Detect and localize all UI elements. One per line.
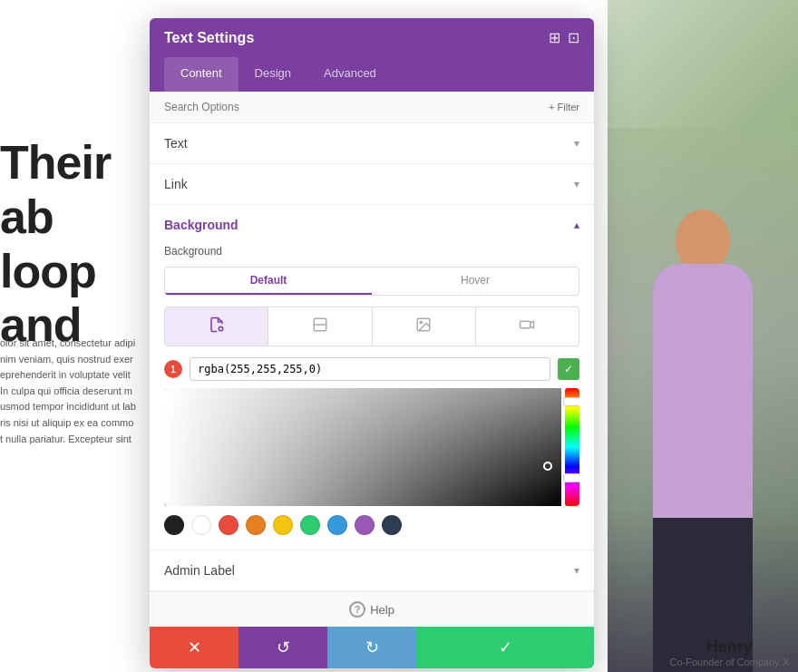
swatch-blue[interactable]: [327, 515, 347, 535]
admin-label-section: Admin Label ▾: [150, 550, 594, 591]
help-button[interactable]: ? Help: [349, 601, 394, 618]
henry-card: Henry Co-Founder of Company X: [670, 638, 789, 667]
search-bar: + Filter: [150, 92, 594, 123]
tab-design[interactable]: Design: [238, 57, 307, 92]
picker-cursor: [543, 462, 552, 471]
background-label: Background: [164, 245, 579, 258]
bg-type-icons: [164, 307, 579, 346]
text-section: Text ▾: [150, 123, 594, 164]
page-text-body: olor sit amet, consectetur adipi nim ven…: [0, 336, 141, 447]
bg-gradient-icon[interactable]: [268, 307, 372, 346]
bg-tab-hover[interactable]: Hover: [372, 268, 579, 295]
modal-title: Text Settings: [164, 30, 254, 46]
swatch-white[interactable]: [191, 515, 211, 535]
swatch-orange[interactable]: [246, 515, 266, 535]
modal-tabs: Content Design Advanced: [150, 57, 594, 92]
person-body: [653, 264, 753, 536]
swatch-red[interactable]: [219, 515, 238, 535]
cancel-button[interactable]: ✕: [150, 627, 238, 668]
background-chevron-icon: ▴: [574, 219, 579, 231]
background-accordion-header[interactable]: Background ▴: [150, 205, 594, 245]
bg-tab-default[interactable]: Default: [165, 268, 372, 295]
link-chevron-icon: ▾: [574, 178, 579, 190]
background-section-label: Background: [164, 218, 238, 232]
swatch-black[interactable]: [164, 515, 184, 535]
bg-video-icon[interactable]: [476, 307, 579, 346]
modal-header: Text Settings ⊞ ⊡: [150, 18, 594, 57]
color-gradient: [164, 388, 561, 506]
swatch-purple[interactable]: [355, 515, 375, 535]
undo-button[interactable]: ↺: [238, 627, 327, 668]
color-value-input[interactable]: [190, 357, 550, 381]
modal-header-icons: ⊞ ⊡: [549, 29, 579, 46]
admin-label-text: Admin Label: [164, 563, 235, 578]
help-icon: ?: [349, 601, 365, 618]
search-input[interactable]: [164, 101, 549, 113]
brightness-handle[interactable]: [563, 473, 579, 482]
svg-rect-4: [521, 321, 530, 328]
text-section-label: Text: [164, 136, 188, 151]
bg-state-tabs: Default Hover: [164, 267, 579, 296]
tab-content[interactable]: Content: [164, 57, 238, 92]
admin-chevron-icon: ▾: [574, 564, 579, 577]
page-text-large-container: Their ab loop and: [0, 136, 141, 353]
color-swatches: [164, 515, 579, 535]
modal-footer: ? Help: [150, 591, 594, 627]
expand-icon[interactable]: ⊞: [549, 29, 560, 46]
color-confirm-button[interactable]: ✓: [558, 358, 579, 380]
page-text-large: Their ab loop and: [0, 136, 141, 353]
svg-marker-5: [530, 321, 534, 328]
color-number-badge: 1: [164, 360, 182, 378]
swatch-dark[interactable]: [382, 515, 402, 535]
help-label: Help: [370, 603, 394, 617]
link-section-label: Link: [164, 177, 188, 191]
hue-handle[interactable]: [563, 397, 579, 406]
bg-image-icon[interactable]: [373, 307, 476, 346]
photo-area: [608, 0, 798, 672]
person-silhouette: [635, 173, 771, 672]
henry-name: Henry: [670, 638, 789, 657]
page-body-text: olor sit amet, consectetur adipi nim ven…: [0, 337, 136, 444]
bg-color-icon[interactable]: [165, 307, 268, 346]
collapse-icon[interactable]: ⊡: [568, 29, 579, 46]
swatch-yellow[interactable]: [273, 515, 293, 535]
background-content: Background Default Hover: [150, 245, 594, 550]
redo-button[interactable]: ↻: [327, 627, 416, 668]
hue-slider[interactable]: [565, 388, 579, 506]
text-accordion-header[interactable]: Text ▾: [150, 123, 594, 163]
tab-advanced[interactable]: Advanced: [307, 57, 393, 92]
photo-person-bg: [608, 128, 798, 672]
admin-label-header[interactable]: Admin Label ▾: [150, 550, 594, 590]
text-chevron-icon: ▾: [574, 137, 579, 150]
text-settings-modal: Text Settings ⊞ ⊡ Content Design Advance…: [150, 18, 594, 668]
link-accordion-header[interactable]: Link ▾: [150, 164, 594, 204]
henry-title: Co-Founder of Company X: [670, 657, 789, 667]
color-picker-canvas[interactable]: [164, 388, 579, 506]
link-section: Link ▾: [150, 164, 594, 205]
color-input-row: 1 ✓: [164, 357, 579, 381]
svg-point-3: [420, 321, 422, 323]
confirm-button[interactable]: ✓: [416, 627, 594, 668]
filter-label: + Filter: [549, 102, 579, 112]
swatch-green[interactable]: [300, 515, 320, 535]
modal-actions: ✕ ↺ ↻ ✓: [150, 627, 594, 668]
background-section: Background ▴ Background Default Hover: [150, 205, 594, 550]
filter-button[interactable]: + Filter: [549, 102, 579, 112]
